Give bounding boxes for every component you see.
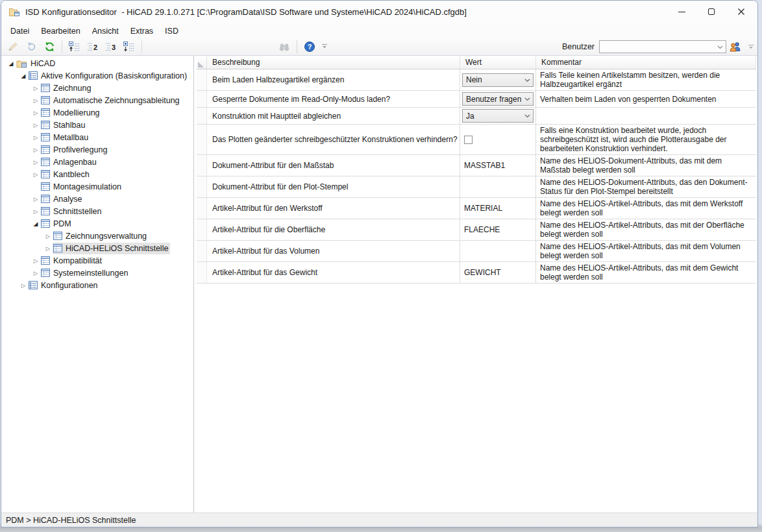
toolbar-overflow-button[interactable]: [748, 41, 754, 53]
tree-expander-icon[interactable]: ◢: [31, 221, 40, 227]
setting-value-cell[interactable]: GEWICHT: [460, 262, 536, 283]
grid-corner-cell[interactable]: [197, 56, 207, 69]
setting-value-text[interactable]: MATERIAL: [462, 204, 502, 213]
tree-item-metallbau[interactable]: ▷Metallbau: [1, 131, 193, 143]
menu-item-isd[interactable]: ISD: [159, 25, 184, 37]
maximize-button[interactable]: [696, 1, 726, 23]
tree-item-kantblech[interactable]: ▷Kantblech: [1, 168, 193, 180]
setting-value-cell[interactable]: MASSTAB1: [460, 155, 536, 176]
tree-expander-icon[interactable]: ◢: [6, 60, 16, 67]
tree-expander-icon[interactable]: ▷: [31, 171, 40, 178]
tree-item-automatische-zeichnungsableitung[interactable]: ▷Automatische Zeichnungsableitung: [1, 94, 193, 106]
column-header-wert[interactable]: Wert: [460, 56, 536, 69]
row-header-cell[interactable]: [197, 198, 207, 219]
setting-value-text[interactable]: FLAECHE: [462, 225, 500, 234]
tree-item-hicad-helios-schnittstelle[interactable]: ▷HiCAD-HELiOS Schnittstelle: [1, 242, 193, 254]
window-title: ISD Konfigurationseditor - HiCAD 29.1.0.…: [25, 7, 467, 17]
tree-item-zeichnungsverwaltung[interactable]: ▷Zeichnungsverwaltung: [1, 230, 193, 242]
help-button[interactable]: ?: [302, 40, 317, 54]
edit-button[interactable]: [5, 40, 21, 54]
row-header-cell[interactable]: [197, 91, 207, 107]
expand-level-2-button[interactable]: 2: [85, 40, 101, 54]
menu-item-ansicht[interactable]: Ansicht: [86, 25, 125, 37]
setting-value-checkbox[interactable]: [464, 136, 473, 144]
tree-item-modellierung[interactable]: ▷Modellierung: [1, 106, 193, 119]
user-combobox[interactable]: [599, 40, 726, 53]
tree-item-analyse[interactable]: ▷Analyse: [1, 193, 193, 205]
row-header-cell[interactable]: [197, 176, 207, 197]
tree-item-kompatibilitaet[interactable]: ▷Kompatibilität: [1, 254, 193, 267]
tree-expander-icon[interactable]: ▷: [43, 233, 53, 239]
refresh-button[interactable]: [42, 40, 57, 54]
setting-value-dropdown[interactable]: Benutzer fragen: [462, 92, 534, 106]
tree-item-profilverlegung[interactable]: ▷Profilverlegung: [1, 143, 193, 156]
tree-expander-icon[interactable]: ▷: [31, 196, 40, 202]
tree-item-montagesimulation[interactable]: Montagesimulation: [1, 180, 193, 193]
user-management-button[interactable]: [728, 40, 743, 54]
setting-value-cell[interactable]: MATERIAL: [460, 198, 536, 219]
close-button[interactable]: [726, 1, 756, 23]
setting-value-dropdown[interactable]: Ja: [462, 109, 534, 123]
help-icon: ?: [304, 41, 315, 53]
config-row: Artikel-Attribut für den WerkstoffMATERI…: [197, 198, 756, 219]
column-header-beschreibung[interactable]: Beschreibung: [207, 56, 460, 69]
setting-value-cell[interactable]: FLAECHE: [460, 219, 536, 240]
row-header-cell[interactable]: [197, 155, 207, 176]
setting-value-cell[interactable]: [460, 125, 536, 154]
tree-item-pdm[interactable]: ◢PDM: [1, 217, 193, 230]
setting-value-cell[interactable]: Benutzer fragen: [460, 91, 536, 107]
setting-value-dropdown[interactable]: Nein: [462, 73, 534, 87]
tree-item-hicad[interactable]: ◢HiCAD: [1, 57, 193, 69]
minimize-button[interactable]: [667, 1, 696, 23]
expand-all-button[interactable]: [121, 40, 137, 54]
tree-expander-icon[interactable]: ▷: [31, 270, 40, 276]
row-header-cell[interactable]: [197, 219, 207, 240]
tree-expander-icon[interactable]: ▷: [31, 147, 40, 153]
tree-item-schnittstellen[interactable]: ▷Schnittstellen: [1, 205, 193, 217]
row-header-cell[interactable]: [197, 108, 207, 124]
tree-expander-icon[interactable]: ▷: [31, 97, 40, 104]
tree-item-label: HiCAD: [31, 59, 55, 68]
tree-item-zeichnung[interactable]: ▷Zeichnung: [1, 82, 193, 94]
tree-expander-icon[interactable]: ▷: [19, 282, 28, 289]
setting-value-cell[interactable]: Ja: [460, 108, 536, 124]
tree-item-konfigurationen[interactable]: ▷Konfigurationen: [1, 279, 193, 291]
tree-expander-icon[interactable]: ▷: [31, 134, 40, 141]
setting-value-text[interactable]: GEWICHT: [462, 268, 501, 277]
tree-expander-icon[interactable]: ▷: [31, 208, 40, 215]
tree-item-aktive-konfiguration-basiskonfiguration[interactable]: ◢Aktive Konfiguration (Basiskonfiguratio…: [1, 69, 193, 82]
menu-item-extras[interactable]: Extras: [125, 25, 159, 37]
row-header-cell[interactable]: [197, 262, 207, 283]
tree-item-label: Zeichnung: [53, 84, 91, 93]
tree-expander-icon[interactable]: ▷: [31, 258, 40, 264]
tree-expander-icon[interactable]: ◢: [19, 73, 28, 79]
collapse-all-button[interactable]: [67, 40, 82, 54]
tree-item-content: Stahlbau: [40, 119, 87, 131]
menu-item-datei[interactable]: Datei: [5, 25, 35, 37]
toolbar-overflow-button[interactable]: [320, 40, 329, 54]
setting-comment: Name des HELiOS-Artikel-Attributs, das m…: [536, 262, 756, 283]
tree-item-stahlbau[interactable]: ▷Stahlbau: [1, 119, 193, 131]
tree-item-anlagenbau[interactable]: ▷Anlagenbau: [1, 156, 193, 168]
tree-expander-icon[interactable]: ▷: [31, 110, 40, 116]
setting-description: Dokument-Attribut für den Plot-Stempel: [207, 176, 460, 197]
row-header-cell[interactable]: [197, 125, 207, 154]
tree-expander-icon[interactable]: ▷: [31, 159, 40, 165]
setting-value-text[interactable]: MASSTAB1: [462, 161, 505, 170]
expand-level-3-button[interactable]: 3: [103, 40, 119, 54]
row-header-cell[interactable]: [197, 241, 207, 261]
column-header-kommentar[interactable]: Kommentar: [536, 56, 756, 69]
tree-expander-icon[interactable]: ▷: [43, 245, 53, 252]
setting-value-cell[interactable]: Nein: [460, 69, 536, 90]
tree-item-systemeinstellungen[interactable]: ▷Systemeinstellungen: [1, 267, 193, 279]
search-button[interactable]: [277, 40, 292, 54]
tree-expander-icon[interactable]: ▷: [31, 85, 40, 91]
setting-value-cell[interactable]: [460, 176, 536, 197]
row-header-cell[interactable]: [197, 69, 207, 90]
menu-item-bearbeiten[interactable]: Bearbeiten: [35, 25, 86, 37]
chevron-down-icon: [524, 97, 530, 101]
setting-value-cell[interactable]: [460, 241, 536, 261]
undo-button[interactable]: [23, 40, 39, 54]
tree-expander-icon[interactable]: ▷: [31, 122, 40, 128]
config-row: Beim Laden Halbzeugartikel ergänzenNeinF…: [197, 69, 756, 91]
